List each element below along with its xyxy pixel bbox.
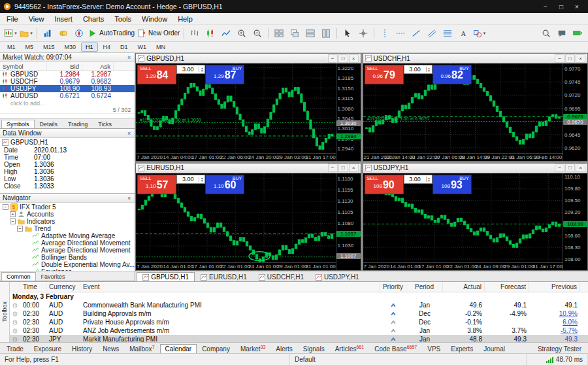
market-watch-tab-trading[interactable]: Trading <box>63 120 93 128</box>
column-header-time[interactable]: Time <box>20 282 46 292</box>
zoom-out-button[interactable] <box>250 27 265 40</box>
buy-button[interactable]: BUY0.9682 <box>433 65 472 84</box>
chart-close-button[interactable]: × <box>576 164 585 172</box>
column-header-currency[interactable]: Currency <box>46 282 80 292</box>
buy-button[interactable]: BUY10893 <box>433 175 472 194</box>
chart-minimize-button[interactable]: − <box>328 54 338 63</box>
sell-button[interactable]: SELL1.2984 <box>137 65 176 84</box>
chart-minimize-button[interactable]: − <box>555 164 564 172</box>
toolbox-tab-code-base[interactable]: Code Base6657 <box>369 343 422 353</box>
collapse-icon[interactable]: − <box>17 226 23 232</box>
calendar-event-row[interactable]: 02:30AUDANZ Job Advertisements m/mJan3.8… <box>10 326 588 335</box>
tree-item-trend[interactable]: −Trend <box>0 225 135 232</box>
column-header-previous[interactable]: Previous <box>529 282 580 292</box>
tile-horizontal-button[interactable] <box>303 27 318 40</box>
tree-item-bollinger-bands[interactable]: Bollinger Bands <box>0 254 135 261</box>
close-icon[interactable]: × <box>126 130 132 137</box>
buy-button[interactable]: BUY1.1060 <box>205 175 244 194</box>
community-chat-button[interactable] <box>555 27 569 40</box>
tree-item-average-directional-movement[interactable]: Average Directional Movement <box>0 239 135 247</box>
equidistant-channel-tool-button[interactable] <box>425 27 439 40</box>
expand-icon[interactable]: + <box>10 211 16 217</box>
buy-button[interactable]: BUY1.2987 <box>205 65 244 84</box>
navigator-tab-common[interactable]: Common <box>1 272 36 281</box>
column-header-ask[interactable]: Ask <box>82 62 114 70</box>
autotrading-button[interactable]: AutoTrading <box>88 27 135 40</box>
chart-canvas[interactable]: SELL1.10573.00▴▾BUY1.1060 <box>136 173 335 263</box>
toolbox-tab-exposure[interactable]: Exposure <box>29 344 67 353</box>
price-scale[interactable]: 1.11801.11551.11301.11051.10801.10551.10… <box>336 173 361 271</box>
cascade-windows-button[interactable] <box>287 27 302 40</box>
toolbox-tab-market[interactable]: Market33 <box>235 343 270 353</box>
price-scale[interactable]: 0.97700.97450.97200.96950.96700.96450.96… <box>563 63 587 161</box>
chart-close-button[interactable]: × <box>349 164 359 172</box>
market-watch-tab-symbols[interactable]: Symbols <box>1 120 35 128</box>
time-scale[interactable]: 7 Jan 202014 Jan 04:0017 Jan 01:0022 Jan… <box>136 153 335 161</box>
search-button[interactable] <box>539 27 553 40</box>
column-header-event[interactable]: Event <box>80 282 380 292</box>
chart-tab-usdjpy-h1[interactable]: USDJPY,H1 <box>310 272 365 281</box>
volume-down-button[interactable]: ▾ <box>428 179 430 182</box>
market-watch-row[interactable]: GBPUSD1.29841.2987 <box>0 71 135 78</box>
status-connection[interactable]: 48.70 ms <box>527 354 588 365</box>
chart-restore-button[interactable]: □ <box>338 164 348 172</box>
collapse-icon[interactable]: − <box>3 204 8 210</box>
chart-canvas[interactable]: SELL108903.00▴▾BUY10893 <box>363 173 563 263</box>
fibonacci-tool-button[interactable] <box>440 27 455 40</box>
horizontal-line-tool-button[interactable] <box>393 27 408 40</box>
calendar-event-row[interactable]: 02:30AUDBuilding Approvals m/mDec-0.2%-4… <box>10 309 588 318</box>
tree-item-indicators[interactable]: −Indicators <box>0 218 135 225</box>
volume-input[interactable]: 3.00▴▾ <box>176 65 205 74</box>
collapse-icon[interactable]: − <box>10 218 16 224</box>
time-scale[interactable]: 7 Jan 202014 Jan 01:0017 Jan 01:0022 Jan… <box>136 262 335 270</box>
menu-tools[interactable]: Tools <box>109 14 137 24</box>
timeframe-mn[interactable]: MN <box>152 43 170 52</box>
volume-input[interactable]: 3.00▴▾ <box>176 175 205 184</box>
close-icon[interactable]: × <box>126 54 132 61</box>
market-watch-row[interactable]: AUDUSD0.67210.6724 <box>0 92 135 99</box>
candlestick-chart-mode-button[interactable] <box>203 27 218 40</box>
timeframe-h1[interactable]: H1 <box>81 43 98 52</box>
sell-button[interactable]: SELL10890 <box>365 175 404 194</box>
tree-item-average-directional-movement[interactable]: Average Directional Movement <box>0 247 135 254</box>
chart-window-titlebar[interactable]: USDCHF,H1−□× <box>363 54 587 63</box>
event-previous[interactable]: 10.9% <box>529 310 580 317</box>
event-previous[interactable]: 6.0% <box>529 319 580 326</box>
click-to-add-row[interactable]: click to add... <box>0 99 135 107</box>
tile-vertical-button[interactable] <box>319 27 333 40</box>
market-watch-tab-ticks[interactable]: Ticks <box>93 120 117 128</box>
toolbox-tab-vps[interactable]: VPS <box>422 344 446 353</box>
toolbox-tab-journal[interactable]: Journal <box>478 344 510 353</box>
navigator-tab-favorites[interactable]: Favorites <box>36 272 71 281</box>
strategy-tester-tab[interactable]: Strategy Tester <box>532 345 587 353</box>
chart-window-titlebar[interactable]: USDJPY,H1−□× <box>363 164 587 173</box>
volume-input[interactable]: 3.00▴▾ <box>404 175 433 184</box>
status-profile[interactable]: Default <box>290 354 527 365</box>
timeframe-h4[interactable]: H4 <box>99 43 116 52</box>
timeframe-m5[interactable]: M5 <box>21 43 39 52</box>
volume-input[interactable]: 3.00▴▾ <box>404 65 433 74</box>
column-header-bid[interactable]: Bid <box>47 62 82 70</box>
tile-windows-button[interactable] <box>272 27 286 40</box>
chart-close-button[interactable]: × <box>576 54 585 63</box>
tree-item-double-exponential-moving-av-[interactable]: Double Exponential Moving Av... <box>0 261 135 268</box>
toolbox-tab-history[interactable]: History <box>67 344 97 353</box>
tree-item-adaptive-moving-average[interactable]: Adaptive Moving Average <box>0 232 135 239</box>
tree-item-accounts[interactable]: +Accounts <box>0 211 135 218</box>
shapes-tool-button[interactable]: ▾ <box>472 27 486 40</box>
toggle-market-watch-button[interactable] <box>41 27 55 40</box>
toolbox-tab-signals[interactable]: Signals <box>298 344 330 353</box>
event-previous[interactable]: -5.7% <box>529 327 580 334</box>
column-header-actual[interactable]: Actual <box>443 282 485 292</box>
time-scale[interactable]: 7 Jan 202014 Jan 01:0017 Jan 01:0022 Jan… <box>363 262 563 270</box>
chart-restore-button[interactable]: □ <box>565 54 575 63</box>
calendar-event-row[interactable]: 02:30AUDPrivate House Approvals m/mDec-0… <box>10 318 588 326</box>
maximize-button[interactable]: □ <box>553 3 569 10</box>
vertical-line-tool-button[interactable] <box>378 27 392 40</box>
timeframe-m30[interactable]: M30 <box>60 43 81 52</box>
chart-restore-button[interactable]: □ <box>565 164 575 172</box>
zoom-in-button[interactable] <box>235 27 249 40</box>
chart-window-titlebar[interactable]: GBPUSD,H1−□× <box>136 54 360 63</box>
minimize-button[interactable]: − <box>538 3 553 10</box>
crosshair-tool-button[interactable] <box>356 27 370 40</box>
